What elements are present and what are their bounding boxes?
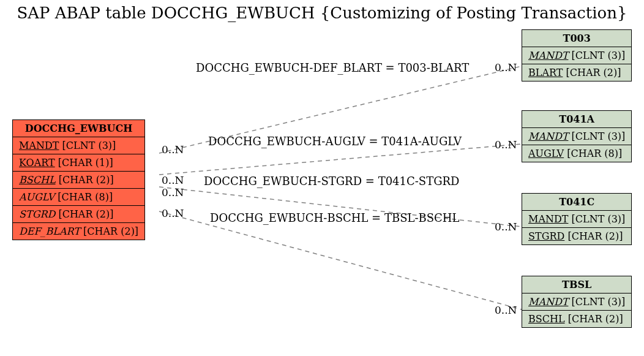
cardinality: 0..N (495, 61, 517, 74)
field: KOART [CHAR (1)] (13, 154, 145, 172)
field: AUGLV [CHAR (8)] (522, 145, 632, 162)
field: MANDT [CLNT (3)] (13, 137, 145, 154)
entity-docchg-ewbuch: DOCCHG_EWBUCH MANDT [CLNT (3)] KOART [CH… (12, 119, 145, 240)
field: BSCHL [CHAR (2)] (522, 311, 632, 328)
entity-name: DOCCHG_EWBUCH (13, 120, 145, 137)
entity-t003: T003 MANDT [CLNT (3)] BLART [CHAR (2)] (522, 29, 632, 81)
relation-label: DOCCHG_EWBUCH-STGRD = T041C-STGRD (204, 175, 460, 187)
relation-label: DOCCHG_EWBUCH-AUGLV = T041A-AUGLV (208, 135, 462, 148)
entity-t041a: T041A MANDT [CLNT (3)] AUGLV [CHAR (8)] (522, 110, 632, 162)
relation-label: DOCCHG_EWBUCH-BSCHL = TBSL-BSCHL (210, 211, 460, 224)
field: MANDT [CLNT (3)] (522, 211, 632, 228)
field: MANDT [CLNT (3)] (522, 294, 632, 311)
svg-line-3 (159, 211, 522, 309)
field: AUGLV [CHAR (8)] (13, 189, 145, 206)
entity-name: TBSL (522, 276, 632, 294)
cardinality: 0..N (495, 304, 517, 316)
cardinality: 0..N (162, 207, 184, 219)
svg-line-1 (159, 144, 522, 175)
field: STGRD [CHAR (2)] (522, 228, 632, 245)
entity-name: T041C (522, 194, 632, 211)
relation-label: DOCCHG_EWBUCH-DEF_BLART = T003-BLART (196, 61, 469, 74)
entity-name: T041A (522, 111, 632, 128)
field: BLART [CHAR (2)] (522, 64, 632, 81)
field: DEF_BLART [CHAR (2)] (13, 223, 145, 240)
entity-name: T003 (522, 30, 632, 47)
cardinality: 0..N (162, 186, 184, 199)
field: STGRD [CHAR (2)] (13, 206, 145, 223)
page-title: SAP ABAP table DOCCHG_EWBUCH {Customizin… (0, 4, 644, 22)
cardinality: 0..N (162, 174, 184, 186)
entity-t041c: T041C MANDT [CLNT (3)] STGRD [CHAR (2)] (522, 193, 632, 245)
cardinality: 0..N (495, 138, 517, 151)
cardinality: 0..N (162, 143, 184, 156)
entity-tbsl: TBSL MANDT [CLNT (3)] BSCHL [CHAR (2)] (522, 276, 632, 328)
field: MANDT [CLNT (3)] (522, 47, 632, 64)
field: BSCHL [CHAR (2)] (13, 172, 145, 189)
cardinality: 0..N (495, 221, 517, 233)
field: MANDT [CLNT (3)] (522, 128, 632, 145)
